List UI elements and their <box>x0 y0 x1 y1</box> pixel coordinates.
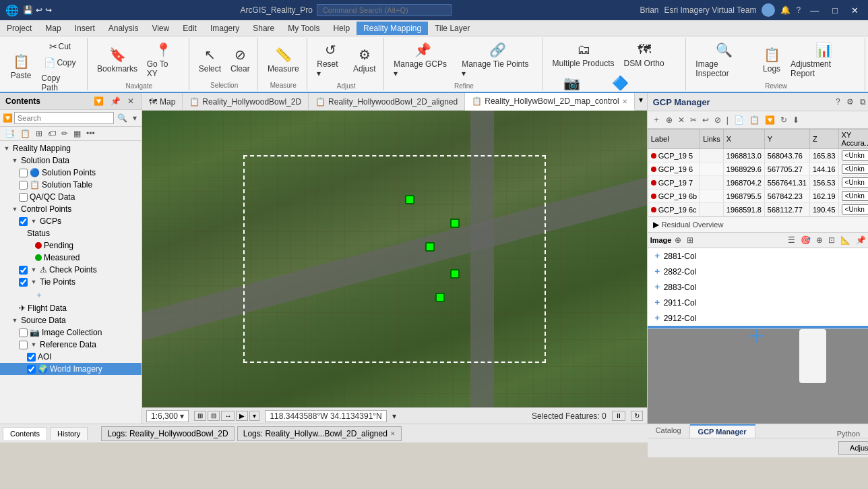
scale-display[interactable]: 1:6,300 ▾ <box>146 410 189 422</box>
manage-gcps-btn[interactable]: 📌 Manage GCPs ▾ <box>390 39 456 81</box>
col-xy-acc[interactable]: XY Accura... <box>838 130 868 149</box>
tree-flight-data[interactable]: ✈ Flight Data <box>0 302 142 314</box>
image-preview[interactable] <box>648 329 868 424</box>
gcp-delete-btn[interactable]: ✕ <box>676 115 687 125</box>
col-label[interactable]: Label <box>648 130 700 149</box>
gcp-marker-1[interactable] <box>405 195 414 204</box>
quick-access-btn2[interactable]: ↩ <box>36 5 42 15</box>
gcp-settings-btn[interactable]: ⚙ <box>844 96 856 107</box>
image-measure-btn[interactable]: 📐 <box>838 235 852 246</box>
layout-btn[interactable]: ▦ <box>71 128 83 139</box>
menu-help[interactable]: Help <box>326 22 356 35</box>
tab-history[interactable]: History <box>50 427 88 440</box>
map-tool-1[interactable]: ⊞ <box>194 411 206 421</box>
residual-expand[interactable]: ▶ <box>653 220 659 229</box>
gcp-float-btn[interactable]: ⧉ <box>858 96 868 107</box>
search-btn[interactable]: 🔍 <box>115 113 129 123</box>
search-options-btn[interactable]: ▾ <box>131 113 139 123</box>
close-btn[interactable]: ✕ <box>847 5 863 16</box>
map-tabs-menu[interactable]: ▾ <box>635 93 647 110</box>
tree-status[interactable]: Status <box>0 227 142 239</box>
gcp-refresh-btn[interactable]: ↻ <box>778 115 789 125</box>
menu-project[interactable]: Project <box>0 22 38 35</box>
go-to-xy-btn[interactable]: 📍 Go To XY <box>143 39 185 81</box>
tab-contents[interactable]: Contents <box>3 427 47 440</box>
contents-close-btn[interactable]: ✕ <box>125 96 136 107</box>
python-label[interactable]: Python <box>832 430 865 438</box>
contents-search[interactable] <box>14 112 114 124</box>
gcp-row-5[interactable]: GCP_19 6c 1968591.8568112.77190.45 <Unkn… <box>648 203 868 217</box>
check-points-cb[interactable] <box>19 266 28 275</box>
crosshair-marker[interactable] <box>750 329 764 343</box>
gcps-expand[interactable]: ▼ <box>30 217 38 225</box>
tree-qaqc[interactable]: QA/QC Data <box>0 191 142 203</box>
xy-acc-3[interactable]: <Unkn <box>842 177 868 188</box>
tree-tie-plus[interactable]: ＋ <box>0 288 142 302</box>
image-inspector-btn[interactable]: 🔍 Image Inspector <box>691 39 757 81</box>
tree-measured[interactable]: Measured <box>0 252 142 264</box>
paste-btn[interactable]: 📋 Paste <box>7 51 35 83</box>
check-expand[interactable]: ▼ <box>30 266 38 274</box>
menu-reality-mapping[interactable]: Reality Mapping <box>356 22 428 35</box>
list-btn[interactable]: 📋 <box>18 128 32 139</box>
manage-tie-points-btn[interactable]: 🔗 Manage Tie Points ▾ <box>458 39 538 81</box>
gcp-export-btn[interactable]: ⬇ <box>790 115 801 125</box>
menu-insert[interactable]: Insert <box>68 22 102 35</box>
gcp-row-4[interactable]: GCP_19 6b 1968795.5567842.23162.19 <Unkn… <box>648 190 868 203</box>
labeling-btn[interactable]: 🏷 <box>46 128 58 139</box>
image-collection-cb[interactable] <box>19 328 28 337</box>
notification-icon[interactable]: 🔔 <box>780 5 790 15</box>
tree-root[interactable]: ▼ Reality Mapping <box>0 142 142 154</box>
draw-order-btn[interactable]: 📑 <box>3 128 17 139</box>
image-item-2881[interactable]: ＋ 2881-Col <box>648 248 868 264</box>
image-add-btn[interactable]: ⊕ <box>673 235 683 246</box>
solution-expand[interactable]: ▼ <box>11 156 19 165</box>
minimize-btn[interactable]: — <box>806 5 823 16</box>
control-expand[interactable]: ▼ <box>11 205 19 213</box>
snap-btn[interactable]: ⊞ <box>34 128 44 139</box>
clear-btn[interactable]: ⊘ Clear <box>226 44 254 76</box>
gcp-cut-btn[interactable]: ✂ <box>688 115 699 125</box>
bookmarks-btn[interactable]: 🔖 Bookmarks <box>93 44 141 76</box>
reference-data-cb[interactable] <box>19 341 28 349</box>
gcp-marker-5[interactable] <box>425 242 435 252</box>
map-tab-3[interactable]: 📋 Reality_HollywBowl_2D_map_control ✕ <box>465 93 634 111</box>
image-frame-btn[interactable]: ⊡ <box>826 235 837 246</box>
gcp-cancel-btn[interactable]: ⊘ <box>712 115 723 125</box>
tree-control-points[interactable]: ▼ Control Points <box>0 203 142 215</box>
log-tab-2[interactable]: Logs: Reality_Hollyw...Bowl_2D_aligned ✕ <box>237 426 402 441</box>
refresh-btn[interactable]: ↻ <box>631 411 643 421</box>
contents-pin-btn[interactable]: 📌 <box>108 96 123 107</box>
adjust-final-btn[interactable]: Adjust <box>838 441 868 455</box>
more-btn[interactable]: ••• <box>84 128 97 139</box>
col-x[interactable]: X <box>723 130 764 149</box>
solution-table-cb[interactable] <box>19 181 28 190</box>
xy-acc-4[interactable]: <Unkn <box>842 191 868 201</box>
measure-btn[interactable]: 📏 Measure <box>264 44 303 76</box>
solution-points-cb[interactable] <box>19 169 28 177</box>
gcp-row-1[interactable]: GCP_19 5 1968813.0568043.76165.83 <Unkn … <box>648 149 868 163</box>
image-item-2912[interactable]: ＋ 2912-Col <box>648 310 868 326</box>
tree-image-collection[interactable]: 📷 Image Collection <box>0 326 142 339</box>
gcp-add-btn[interactable]: ＋ <box>650 113 662 126</box>
maximize-btn[interactable]: □ <box>828 5 842 16</box>
gcp-manager-tab[interactable]: GCP Manager <box>690 424 755 438</box>
log-tab-1[interactable]: Logs: Reality_HollywoodBowl_2D <box>101 426 234 441</box>
coord-dropdown[interactable]: ▾ <box>392 411 396 421</box>
menu-view[interactable]: View <box>145 22 176 35</box>
tree-gcps[interactable]: ▼ GCPs <box>0 215 142 227</box>
menu-tile-layer[interactable]: Tile Layer <box>428 22 476 35</box>
map-tab-2[interactable]: 📋 Reality_HollywoodBowl_2D_aligned <box>309 93 465 110</box>
menu-analysis[interactable]: Analysis <box>102 22 146 35</box>
tree-pending[interactable]: Pending <box>0 239 142 252</box>
cut-btn[interactable]: ✂ Cut <box>36 39 83 54</box>
gcp-undo-btn[interactable]: ↩ <box>700 115 711 125</box>
image-item-2911[interactable]: ＋ 2911-Col <box>648 295 868 310</box>
tree-source-data[interactable]: ▼ Source Data <box>0 314 142 326</box>
map-tool-5[interactable]: ▾ <box>249 411 259 421</box>
tree-solution-points[interactable]: 🔵 Solution Points <box>0 167 142 179</box>
tree-world-imagery[interactable]: 🌍 World Imagery <box>0 363 142 375</box>
xy-acc-2[interactable]: <Unkn <box>842 164 868 174</box>
tree-check-points[interactable]: ▼ ⚠ Check Points <box>0 264 142 276</box>
map-tab-map[interactable]: 🗺 Map <box>142 93 183 110</box>
